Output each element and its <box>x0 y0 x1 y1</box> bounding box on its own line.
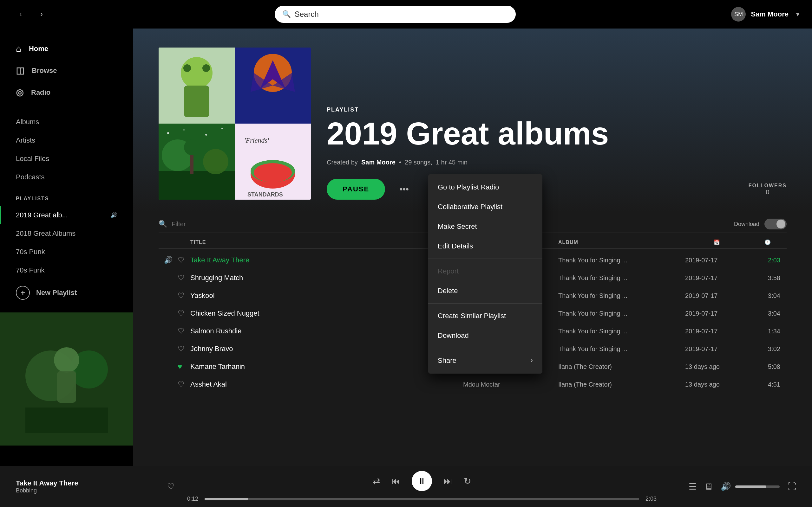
playlist-actions: PAUSE ••• FOLLOWERS 0 <box>327 179 786 200</box>
sidebar-item-artists[interactable]: Artists <box>0 131 133 150</box>
download-toggle[interactable] <box>764 219 786 229</box>
playlist-type-label: PLAYLIST <box>327 107 786 113</box>
main-content: ⌂ Home ◫ Browse ◎ Radio Albums Artists L… <box>0 29 812 466</box>
track-album: Thank You for Singing ... <box>558 328 685 335</box>
context-menu-create-similar[interactable]: Create Similar Playlist <box>428 306 542 326</box>
sidebar-item-podcasts[interactable]: Podcasts <box>0 168 133 186</box>
add-playlist-icon: + <box>16 286 30 300</box>
track-date: 2019-07-17 <box>685 274 749 282</box>
track-album: Thank You for Singing ... <box>558 274 685 282</box>
like-button[interactable]: ♡ <box>177 291 190 300</box>
creator-link[interactable]: Sam Moore <box>361 159 396 166</box>
chevron-right-icon: › <box>531 356 533 365</box>
sidebar-item-radio[interactable]: ◎ Radio <box>9 81 124 103</box>
context-menu-report: Report <box>428 262 542 281</box>
svg-point-24 <box>205 134 207 135</box>
svg-point-23 <box>183 129 185 130</box>
user-area[interactable]: SM Sam Moore ▾ <box>731 7 799 21</box>
previous-button[interactable]: ⏮ <box>392 476 400 487</box>
context-menu-share[interactable]: Share › <box>428 351 542 371</box>
like-button[interactable]: ♡ <box>177 256 190 265</box>
track-album: Thank You for Singing ... <box>558 345 685 353</box>
playlist-meta: Created by Sam Moore • 29 songs, 1 hr 45… <box>327 159 786 166</box>
search-bar[interactable]: 🔍 <box>275 6 516 23</box>
svg-text:'Friends': 'Friends' <box>244 136 269 144</box>
like-button[interactable]: ♥ <box>177 362 190 371</box>
next-button[interactable]: ⏭ <box>444 476 452 487</box>
shuffle-button[interactable]: ⇄ <box>373 476 380 487</box>
now-playing-like-button[interactable]: ♡ <box>167 482 174 492</box>
cover-art-4: 'Friends' STANDARDS <box>235 124 311 200</box>
sidebar-nav: ⌂ Home ◫ Browse ◎ Radio <box>0 38 133 103</box>
now-playing-title: Take It Away There <box>16 479 161 487</box>
sidebar-item-70s-funk[interactable]: 70s Funk <box>0 261 133 279</box>
repeat-button[interactable]: ↻ <box>464 476 471 487</box>
track-date: 2019-07-17 <box>685 257 749 264</box>
context-menu-collaborative[interactable]: Collaborative Playlist <box>428 197 542 217</box>
queue-button[interactable]: ☰ <box>689 481 697 492</box>
sidebar-item-local-files[interactable]: Local Files <box>0 150 133 168</box>
col-album-header: ALBUM <box>558 239 685 245</box>
sidebar: ⌂ Home ◫ Browse ◎ Radio Albums Artists L… <box>0 29 133 466</box>
track-title: Chicken Sized Nugget <box>190 309 463 318</box>
track-date: 2019-07-17 <box>685 328 749 335</box>
pause-button[interactable]: PAUSE <box>327 179 385 200</box>
context-menu-go-to-radio[interactable]: Go to Playlist Radio <box>428 177 542 197</box>
playing-speaker-icon: 🔊 <box>159 256 177 264</box>
sidebar-item-browse[interactable]: ◫ Browse <box>9 60 124 81</box>
cover-tile-4: 'Friends' STANDARDS <box>235 124 311 200</box>
bottom-player: Take It Away There Bobbing ♡ ⇄ ⏮ ⏸ ⏭ ↻ 0… <box>0 466 812 507</box>
sidebar-item-home[interactable]: ⌂ Home <box>9 38 124 60</box>
context-menu-make-secret[interactable]: Make Secret <box>428 217 542 236</box>
library-section: Albums Artists Local Files Podcasts <box>0 113 133 186</box>
svg-point-7 <box>181 57 212 89</box>
track-title: Johnny Bravo <box>190 345 463 353</box>
like-button[interactable]: ♡ <box>177 327 190 336</box>
context-menu-download[interactable]: Download <box>428 326 542 345</box>
svg-point-9 <box>183 64 191 72</box>
progress-bar[interactable] <box>205 498 639 500</box>
like-button[interactable]: ♡ <box>177 344 190 353</box>
cover-art-3 <box>159 124 235 200</box>
fullscreen-button[interactable]: ⛶ <box>787 481 796 492</box>
track-title: Salmon Rushdie <box>190 327 463 335</box>
track-artist: Mdou Moctar <box>463 381 558 388</box>
cover-tile-1 <box>159 48 235 124</box>
devices-button[interactable]: 🖥 <box>704 481 713 492</box>
table-row[interactable]: ♡ Asshet Akal Mdou Moctar Ilana (The Cre… <box>159 376 786 393</box>
track-duration: 3:04 <box>749 292 786 299</box>
playlist-cover: 'Friends' STANDARDS <box>159 48 311 200</box>
context-menu-delete[interactable]: Delete <box>428 281 542 301</box>
like-button[interactable]: ♡ <box>177 309 190 318</box>
more-options-button[interactable]: ••• <box>395 180 414 199</box>
forward-button[interactable]: › <box>34 6 49 22</box>
context-menu-edit-details[interactable]: Edit Details <box>428 236 542 256</box>
current-time: 0:12 <box>187 496 198 502</box>
filter-icon: 🔍 <box>159 220 167 228</box>
sidebar-item-albums[interactable]: Albums <box>0 113 133 131</box>
like-button[interactable]: ♡ <box>177 380 190 389</box>
track-title: Take It Away There <box>190 256 463 264</box>
now-playing-info: Take It Away There Bobbing <box>16 479 161 494</box>
play-pause-button[interactable]: ⏸ <box>412 471 432 491</box>
now-playing-artist: Bobbing <box>16 487 161 494</box>
col-date-header: 📅 <box>685 239 749 245</box>
track-duration: 4:51 <box>749 381 786 388</box>
track-duration: 3:02 <box>749 345 786 353</box>
track-album: Thank You for Singing ... <box>558 257 685 264</box>
track-album: Ilana (The Creator) <box>558 381 685 388</box>
track-date: 2019-07-17 <box>685 345 749 353</box>
svg-rect-8 <box>184 86 209 117</box>
sidebar-item-2018[interactable]: 2018 Great Albums <box>0 224 133 243</box>
sidebar-item-2019[interactable]: 2019 Great alb... 🔊 <box>0 206 133 224</box>
filter-input[interactable] <box>171 221 252 228</box>
like-button[interactable]: ♡ <box>177 274 190 282</box>
top-bar: ‹ › 🔍 SM Sam Moore ▾ <box>0 0 812 29</box>
track-title: Asshet Akal <box>190 380 463 389</box>
back-button[interactable]: ‹ <box>13 6 29 22</box>
volume-bar[interactable] <box>735 486 780 488</box>
search-input[interactable] <box>295 10 508 19</box>
player-controls: ⇄ ⏮ ⏸ ⏭ ↻ 0:12 2:03 <box>187 471 657 502</box>
new-playlist-button[interactable]: + New Playlist <box>0 279 133 306</box>
sidebar-item-70s-punk[interactable]: 70s Punk <box>0 243 133 261</box>
